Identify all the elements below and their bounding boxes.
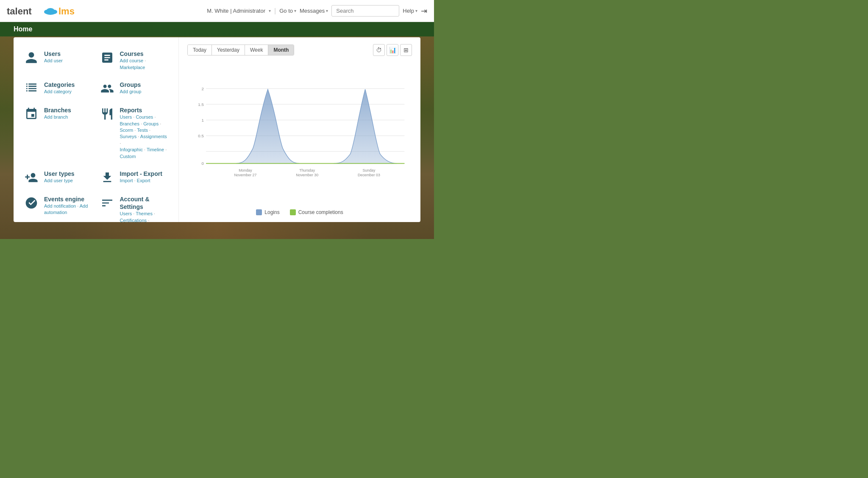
svg-text:Sunday: Sunday (362, 168, 376, 172)
svg-text:1: 1 (201, 118, 203, 122)
menu-item-groups[interactable]: Groups Add group (96, 77, 172, 100)
goto-link[interactable]: Go to ▾ (279, 8, 296, 14)
reports-infographic-link[interactable]: Infographic (120, 147, 143, 152)
usertypes-icon (24, 170, 39, 185)
messages-label: Messages (300, 8, 325, 14)
svg-text:1.5: 1.5 (198, 102, 204, 107)
menu-row-5: Events engine Add notification · Add aut… (20, 191, 172, 222)
menu-item-branches[interactable]: Branches Add branch (20, 102, 96, 164)
categories-icon (24, 81, 39, 96)
usertypes-text: User types Add user type (44, 170, 75, 184)
background-area: Home Users Add user (0, 22, 434, 239)
messages-link[interactable]: Messages ▾ (300, 8, 328, 14)
menu-item-courses[interactable]: Courses Add course · Marketplace (96, 46, 172, 75)
time-btn-week[interactable]: Week (245, 45, 268, 55)
marketplace-link[interactable]: Marketplace (120, 65, 145, 70)
reports-groups-link[interactable]: Groups (143, 121, 159, 126)
settings-sub: Users · Themes · Certifications · Gamifi… (120, 211, 169, 222)
reports-users-link[interactable]: Users (120, 114, 132, 119)
svg-text:November 30: November 30 (296, 173, 318, 177)
categories-text: Categories Add category (44, 81, 75, 95)
settings-certs-link[interactable]: Certifications (120, 218, 147, 222)
reports-surveys-link[interactable]: Surveys (120, 134, 137, 139)
chart-area: 2 1.5 1 0.5 0 (187, 61, 412, 206)
menu-row-3: Branches Add branch Reports Users · Cour… (20, 102, 172, 164)
navbar-right: M. White | Administrator ▾ | Go to ▾ Mes… (207, 5, 427, 17)
menu-item-users[interactable]: Users Add user (20, 46, 96, 75)
menu-item-settings[interactable]: Account & Settings Users · Themes · Cert… (96, 191, 172, 222)
reports-courses-link[interactable]: Courses (136, 114, 153, 119)
main-card: Users Add user Courses Add course · Mark… (14, 37, 420, 222)
add-course-link[interactable]: Add course (120, 58, 144, 63)
reports-icon (100, 106, 115, 122)
logins-color-box (256, 209, 262, 215)
branches-title: Branches (44, 106, 71, 114)
completions-color-box (290, 209, 296, 215)
help-label: Help (403, 8, 414, 14)
chart-history-btn[interactable]: ⏱ (373, 44, 385, 56)
chart-grid-btn[interactable]: ⊞ (400, 44, 412, 56)
reports-custom-link[interactable]: Custom (120, 154, 136, 159)
search-input[interactable] (331, 5, 399, 17)
branches-sub: Add branch (44, 114, 71, 120)
svg-text:November 27: November 27 (234, 173, 256, 177)
menu-row-4: User types Add user type Import - Export… (20, 166, 172, 189)
bell-curve-1 (236, 89, 300, 164)
reports-branches-link[interactable]: Branches (120, 121, 139, 126)
menu-item-usertypes[interactable]: User types Add user type (20, 166, 96, 189)
menu-item-events[interactable]: Events engine Add notification · Add aut… (20, 191, 96, 222)
settings-icon (100, 195, 115, 211)
logout-icon[interactable]: ⇥ (421, 6, 427, 16)
users-title: Users (44, 50, 63, 58)
user-dropdown-arrow: ▾ (269, 8, 271, 13)
menu-item-categories[interactable]: Categories Add category (20, 77, 96, 100)
menu-item-importexport[interactable]: Import - Export Import · Export (96, 166, 172, 189)
events-sub: Add notification · Add automation (44, 203, 93, 216)
add-category-link[interactable]: Add category (44, 89, 72, 94)
add-usertype-link[interactable]: Add user type (44, 178, 73, 183)
help-link[interactable]: Help ▾ (403, 8, 417, 14)
goto-label: Go to (279, 8, 293, 14)
menu-item-reports[interactable]: Reports Users · Courses · Branches · Gro… (96, 102, 172, 164)
branches-text: Branches Add branch (44, 106, 71, 121)
reports-timeline-link[interactable]: Timeline (147, 147, 164, 152)
menu-panel: Users Add user Courses Add course · Mark… (14, 37, 179, 222)
chart-view-icons: ⏱ 📊 ⊞ (373, 44, 412, 56)
add-notification-link[interactable]: Add notification (44, 203, 76, 208)
courses-sub: Add course · Marketplace (120, 58, 169, 71)
time-btn-yesterday[interactable]: Yesterday (212, 45, 245, 55)
import-link[interactable]: Import (120, 178, 133, 183)
legend-completions: Course completions (290, 209, 343, 215)
svg-text:Thursday: Thursday (299, 168, 315, 172)
add-branch-link[interactable]: Add branch (44, 114, 68, 119)
svg-text:talent: talent (7, 6, 32, 17)
events-title: Events engine (44, 195, 93, 203)
reports-text: Reports Users · Courses · Branches · Gro… (120, 106, 169, 160)
svg-text:December 03: December 03 (358, 173, 380, 177)
reports-assignments-link[interactable]: Assignments (140, 134, 167, 139)
settings-users-link[interactable]: Users (120, 211, 132, 216)
importexport-text: Import - Export Import · Export (120, 170, 162, 184)
settings-themes-link[interactable]: Themes (136, 211, 153, 216)
importexport-sub: Import · Export (120, 178, 162, 184)
groups-text: Groups Add group (120, 81, 142, 95)
svg-text:0: 0 (201, 161, 204, 166)
chart-bar-btn[interactable]: 📊 (387, 44, 398, 56)
add-user-link[interactable]: Add user (44, 58, 63, 63)
svg-text:0.5: 0.5 (198, 133, 204, 138)
user-menu[interactable]: M. White | Administrator (207, 8, 265, 14)
add-group-link[interactable]: Add group (120, 89, 142, 94)
time-btn-month[interactable]: Month (268, 45, 294, 55)
svg-text:2: 2 (201, 86, 203, 91)
time-btn-today[interactable]: Today (188, 45, 212, 55)
export-link[interactable]: Export (137, 178, 150, 183)
svg-point-4 (45, 11, 56, 15)
completions-label: Course completions (298, 209, 343, 215)
logo-svg: talent lms (7, 3, 75, 19)
reports-tests-link[interactable]: Tests (137, 128, 148, 133)
divider-1: | (274, 7, 276, 15)
groups-title: Groups (120, 81, 142, 89)
legend-logins: Logins (256, 209, 279, 215)
reports-scorm-link[interactable]: Scorm (120, 128, 134, 133)
chart-toolbar: Today Yesterday Week Month ⏱ 📊 ⊞ (187, 44, 412, 56)
